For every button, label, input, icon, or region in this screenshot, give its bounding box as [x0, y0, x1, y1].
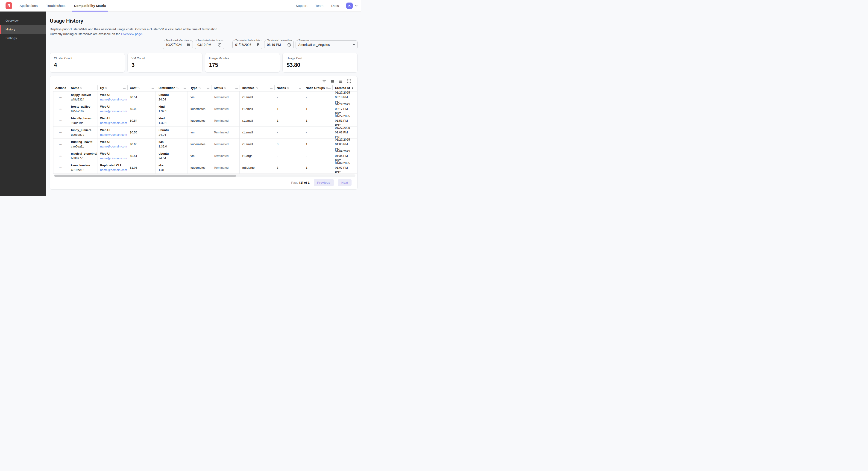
column-header-created_at[interactable]: Created At	[332, 84, 357, 91]
cell-node-groups: -	[303, 150, 332, 162]
stat-value: 175	[209, 62, 276, 68]
clock-icon[interactable]	[218, 43, 222, 47]
cluster-name: trusting_leavitt	[71, 140, 94, 144]
column-header-name[interactable]: Name	[68, 84, 97, 91]
created-by-email-link[interactable]: name@domain.com	[100, 133, 124, 137]
page-value: [1] of 1	[299, 181, 309, 184]
column-label: Created At	[335, 86, 350, 90]
column-drag-handle-icon[interactable]	[152, 87, 154, 89]
sidebar-item-history[interactable]: History	[0, 25, 46, 34]
cell-node-groups: 1	[303, 103, 332, 115]
cell-by: Web UIname@domain.com	[97, 115, 127, 126]
cell-by: Web UIname@domain.com	[97, 127, 127, 138]
cell-actions: •••	[53, 103, 68, 115]
tab-applications[interactable]: Applications	[19, 0, 38, 11]
dropdown-arrow-icon	[353, 44, 355, 46]
cell-instance: m6i.large	[240, 162, 274, 174]
density-icon[interactable]	[339, 79, 343, 83]
nodes-value: 3	[277, 142, 300, 147]
column-drag-handle-icon[interactable]	[236, 87, 238, 89]
cell-node-groups: 1	[303, 115, 332, 126]
column-drag-handle-icon[interactable]	[299, 87, 301, 89]
nodes-value: -	[277, 95, 300, 99]
column-header-by[interactable]: By	[97, 84, 127, 91]
row-actions-button[interactable]: •••	[59, 107, 62, 111]
cell-by: Web UIname@domain.com	[97, 103, 127, 115]
stat-cards: Cluster Count 4 VM Count 3 Usage Minutes…	[50, 53, 358, 72]
row-actions-button[interactable]: •••	[59, 142, 62, 147]
distribution-version: 1.32.1	[158, 121, 185, 125]
overview-page-link[interactable]: Overview page	[121, 32, 142, 36]
cell-distribution: ubuntu24.04	[156, 127, 188, 138]
cell-name: magical_stonebrakerfe3f8977	[68, 150, 97, 162]
terminated-before-date-value: 01/27/2025	[235, 43, 254, 47]
created-by-email-link[interactable]: name@domain.com	[100, 109, 124, 114]
next-page-button[interactable]: Next	[338, 179, 351, 186]
timezone-select[interactable]: Timezone America/Los_Angeles	[296, 40, 358, 49]
column-drag-handle-icon[interactable]	[328, 87, 331, 89]
sidebar-item-overview[interactable]: Overview	[0, 16, 46, 25]
cell-created-at: 01/27/202503:17 PM PST	[332, 103, 357, 115]
created-by-email-link[interactable]: name@domain.com	[100, 121, 124, 125]
user-avatar[interactable]: K	[346, 3, 353, 9]
cell-name: friendly_brown1f40a19e	[68, 115, 97, 126]
cost-value: $0.56	[130, 130, 153, 135]
terminated-after-date-field[interactable]: Terminated after date 10/27/2024	[163, 40, 193, 49]
column-drag-handle-icon[interactable]	[207, 87, 209, 89]
cluster-id: 1f40a19e	[71, 121, 94, 125]
column-drag-handle-icon[interactable]	[123, 87, 126, 89]
stat-value: $3.80	[286, 62, 353, 68]
instance-value: r1.small	[242, 130, 271, 135]
created-by-email-link[interactable]: name@domain.com	[100, 144, 124, 149]
table-row: •••trusting_leavittcae5ea11Web UIname@do…	[53, 139, 357, 150]
filter-icon[interactable]	[322, 79, 327, 83]
horizontal-scrollbar-track[interactable]	[54, 174, 355, 177]
row-actions-button[interactable]: •••	[59, 130, 62, 135]
cell-distribution: kind1.32.1	[156, 103, 188, 115]
replicated-logo-icon[interactable]: R	[5, 2, 12, 9]
column-header-instance[interactable]: Instance	[240, 84, 274, 91]
column-header-nodes[interactable]: Nodes	[274, 84, 303, 91]
calendar-icon[interactable]	[256, 43, 260, 47]
terminated-after-time-field[interactable]: Terminated after time 03:19 PM	[195, 40, 224, 49]
column-header-type[interactable]: Type	[188, 84, 211, 91]
created-by-source: Web UI	[100, 116, 124, 121]
link-docs[interactable]: Docs	[331, 4, 339, 8]
fullscreen-icon[interactable]	[347, 79, 351, 83]
tab-compatibility-matrix[interactable]: Compatibility Matrix	[73, 0, 106, 11]
terminated-before-time-field[interactable]: Terminated before time 03:19 PM	[264, 40, 294, 49]
tab-troubleshoot[interactable]: Troubleshoot	[45, 0, 66, 11]
column-header-distribution[interactable]: Distribution	[156, 84, 188, 91]
stat-value: 4	[54, 62, 121, 68]
chevron-down-icon[interactable]	[354, 5, 358, 7]
column-drag-handle-icon[interactable]	[270, 87, 273, 89]
link-team[interactable]: Team	[315, 4, 323, 8]
row-actions-button[interactable]: •••	[59, 118, 62, 123]
column-header-node_groups[interactable]: Node Groups	[303, 84, 332, 91]
clock-icon[interactable]	[287, 43, 291, 47]
horizontal-scrollbar-thumb[interactable]	[54, 175, 236, 177]
column-header-status[interactable]: Status	[211, 84, 240, 91]
column-header-cost[interactable]: Cost	[127, 84, 156, 91]
row-actions-button[interactable]: •••	[59, 166, 62, 170]
cell-by: Replicated CLIname@domain.com	[97, 162, 127, 174]
cell-name: happy_beavera48d9324	[68, 91, 97, 103]
created-by-email-link[interactable]: name@domain.com	[100, 168, 124, 172]
cell-type: vm	[188, 150, 211, 162]
calendar-icon[interactable]	[187, 43, 190, 47]
cell-distribution: kind1.32.1	[156, 115, 188, 126]
sidebar-item-settings[interactable]: Settings	[0, 34, 46, 42]
created-by-email-link[interactable]: name@domain.com	[100, 156, 124, 160]
link-support[interactable]: Support	[296, 4, 308, 8]
created-date: 01/27/2025	[335, 103, 354, 107]
previous-page-button[interactable]: Previous	[314, 179, 334, 186]
cell-actions: •••	[53, 115, 68, 126]
cell-nodes: 1	[274, 103, 303, 115]
row-actions-button[interactable]: •••	[59, 95, 62, 99]
row-actions-button[interactable]: •••	[59, 154, 62, 158]
columns-icon[interactable]	[330, 79, 335, 83]
terminated-before-date-field[interactable]: Terminated before date 01/27/2025	[232, 40, 262, 49]
created-time: 03:18 PM PST	[335, 95, 354, 103]
column-drag-handle-icon[interactable]	[184, 87, 186, 89]
created-by-email-link[interactable]: name@domain.com	[100, 97, 124, 102]
